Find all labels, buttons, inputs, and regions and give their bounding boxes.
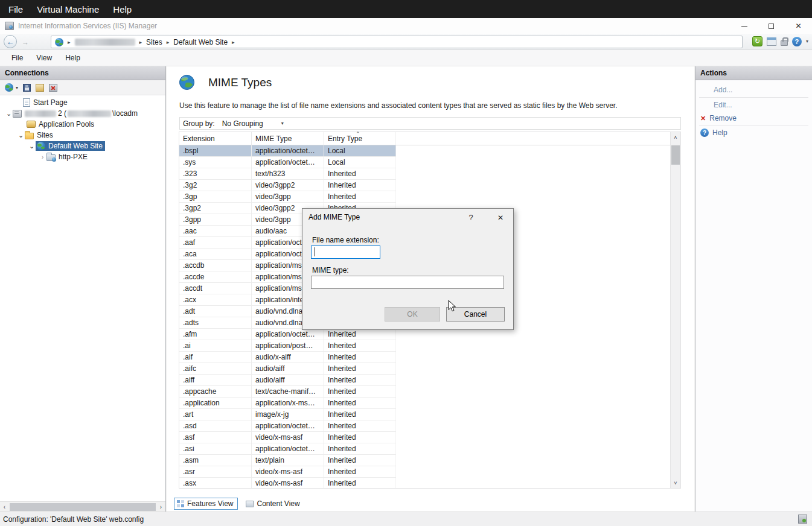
table-row[interactable]: .art image/x-jg Inherited [179, 409, 396, 420]
table-row[interactable]: .asi application/octet-stream Inherited [179, 443, 396, 455]
column-header-mime-type[interactable]: MIME Type [252, 132, 324, 145]
connections-tree: Start Page ⌄ 2 ( \locadm Application Poo… [0, 95, 165, 501]
remove-x-icon: ✕ [700, 115, 706, 122]
scroll-right-icon[interactable]: › [156, 504, 165, 510]
chevron-expanded-icon[interactable]: ⌄ [17, 132, 25, 139]
dialog-titlebar[interactable]: Add MIME Type ? ✕ [302, 209, 513, 226]
dialog-help-button[interactable]: ? [462, 209, 479, 226]
table-row[interactable]: .asf video/x-ms-asf Inherited [179, 432, 396, 443]
nav-toolbar: ↻ ? ▾ [752, 36, 808, 46]
table-row[interactable]: .bspl application/octet-stream Local [179, 145, 396, 157]
connections-panel: Connections ▾ Start Page ⌄ 2 ( \locadm A… [0, 66, 166, 512]
server-icon [13, 110, 22, 118]
rename-connection-icon[interactable] [36, 84, 44, 92]
table-row[interactable]: .3g2 video/3gpp2 Inherited [179, 180, 396, 191]
table-row[interactable]: .asm text/plain Inherited [179, 455, 396, 466]
menu-help[interactable]: Help [60, 51, 86, 65]
tree-item-sites[interactable]: ⌄ Sites [0, 130, 165, 141]
menu-file[interactable]: File [6, 51, 28, 65]
cell-extension: .bspl [179, 145, 252, 156]
cell-mime-type: application/octet-stream [252, 420, 324, 431]
mime-type-label: MIME type: [312, 266, 349, 274]
table-row[interactable]: .appcache text/cache-manifest Inherited [179, 386, 396, 398]
tree-item-default-web-site[interactable]: ⌄ Default Web Site [0, 141, 165, 151]
tab-content-view[interactable]: Content View [243, 498, 304, 509]
table-row[interactable]: .323 text/h323 Inherited [179, 168, 396, 180]
table-row[interactable]: .aifc audio/aiff Inherited [179, 363, 396, 375]
forward-button[interactable]: → [21, 37, 30, 46]
mime-type-input[interactable] [311, 276, 504, 289]
table-row[interactable]: .ai application/postscript Inherited [179, 340, 396, 352]
remove-action-link[interactable]: ✕ Remove [700, 114, 737, 122]
breadcrumb-default-web-site[interactable]: Default Web Site [173, 38, 228, 46]
table-row[interactable]: .3gp video/3gpp Inherited [179, 191, 396, 203]
column-header-entry-type[interactable]: Entry Type ⌃ [324, 132, 395, 145]
table-row[interactable]: .asd application/octet-stream Inherited [179, 420, 396, 432]
tree-item-start-page[interactable]: Start Page [0, 97, 165, 108]
scrollbar-thumb[interactable] [10, 503, 156, 511]
ok-button: OK [385, 307, 440, 322]
scroll-left-icon[interactable]: ‹ [0, 504, 9, 510]
close-button[interactable]: ✕ [785, 18, 812, 34]
cell-entry-type: Local [324, 145, 395, 156]
cell-mime-type: video/x-ms-asf [252, 466, 324, 477]
cell-extension: .aifc [179, 363, 252, 374]
horizontal-scrollbar[interactable]: ‹ › [0, 501, 165, 512]
table-row[interactable]: .asx video/x-ms-asf Inherited [179, 478, 396, 488]
column-header-extension[interactable]: Extension [179, 132, 252, 145]
start-page-icon [23, 98, 30, 107]
connection-caret-icon[interactable]: ▾ [16, 85, 18, 90]
chevron-expanded-icon[interactable]: ⌄ [28, 142, 36, 150]
delete-connection-icon[interactable] [49, 84, 57, 92]
file-name-extension-input[interactable] [311, 246, 380, 259]
cell-mime-type: application/octet-stream [252, 329, 324, 340]
help-action-link[interactable]: ? Help [700, 128, 727, 137]
vertical-scrollbar[interactable]: ˄ ˅ [670, 132, 680, 488]
vm-menu-virtual-machine[interactable]: Virtual Machine [37, 4, 99, 14]
back-button[interactable]: ← [4, 35, 17, 48]
edit-action-link[interactable]: Edit... [714, 101, 732, 109]
selected-tree-item[interactable]: Default Web Site [36, 141, 105, 151]
cell-mime-type: text/h323 [252, 168, 324, 179]
add-action-link[interactable]: Add... [714, 86, 732, 94]
table-row[interactable]: .aif audio/x-aiff Inherited [179, 352, 396, 363]
content-view-icon [246, 501, 254, 507]
help-icon[interactable]: ? [792, 37, 802, 46]
create-connection-icon[interactable] [5, 83, 13, 92]
scroll-down-icon[interactable]: ˅ [671, 478, 680, 488]
lock-icon[interactable] [781, 40, 788, 46]
group-by-dropdown[interactable]: No Grouping [222, 119, 263, 128]
help-dropdown-caret-icon[interactable]: ▾ [806, 39, 808, 44]
dialog-close-button[interactable]: ✕ [491, 209, 510, 226]
table-row[interactable]: .asr video/x-ms-asf Inherited [179, 466, 396, 478]
breadcrumb-sites[interactable]: Sites [146, 38, 162, 46]
chevron-collapsed-icon[interactable]: › [39, 153, 46, 160]
vm-menu-file[interactable]: File [8, 4, 23, 14]
scrollbar-thumb[interactable] [671, 145, 680, 165]
chevron-expanded-icon[interactable]: ⌄ [5, 110, 13, 118]
menu-view[interactable]: View [31, 51, 57, 65]
monitor-icon[interactable] [767, 37, 776, 46]
dropdown-caret-icon[interactable]: ▾ [281, 121, 284, 126]
tree-item-application-pools[interactable]: Application Pools [0, 119, 165, 130]
tree-item-server[interactable]: ⌄ 2 ( \locadm [0, 108, 165, 119]
help-glyph-icon: ? [795, 38, 799, 45]
table-row[interactable]: .sys application/octet-stream Local [179, 157, 396, 168]
tree-item-http-pxe[interactable]: › http-PXE [0, 151, 165, 162]
table-row[interactable]: .afm application/octet-stream Inherited [179, 329, 396, 340]
cell-extension: .accde [179, 271, 252, 282]
vm-menubar: File Virtual Machine Help [0, 0, 812, 18]
vm-menu-help[interactable]: Help [113, 4, 132, 14]
tree-item-label: 2 ( [58, 109, 66, 118]
save-connections-icon[interactable] [23, 84, 31, 92]
minimize-button[interactable] [730, 18, 758, 34]
table-row[interactable]: .application application/x-ms-applicatio… [179, 398, 396, 409]
cell-extension: .accdt [179, 283, 252, 294]
maximize-button[interactable] [758, 18, 785, 34]
restart-icon[interactable]: ↻ [752, 36, 762, 46]
table-row[interactable]: .aiff audio/aiff Inherited [179, 375, 396, 386]
redacted-server-crumb[interactable] [75, 39, 135, 46]
tab-features-view[interactable]: Features View [174, 498, 238, 510]
scroll-up-icon[interactable]: ˄ [671, 132, 680, 142]
cell-mime-type: audio/aiff [252, 363, 324, 374]
